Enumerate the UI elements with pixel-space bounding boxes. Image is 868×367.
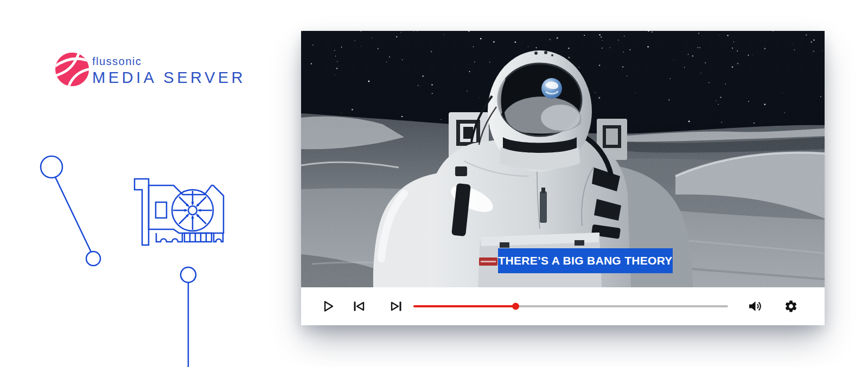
- progress-track[interactable]: [413, 305, 728, 307]
- progress-played: [413, 305, 516, 307]
- brand-logo: flussonic MEDIA SERVER: [54, 51, 246, 87]
- chest-antenna: [540, 191, 547, 223]
- volume-icon: [748, 300, 762, 312]
- gpu-card-icon: [135, 179, 224, 245]
- video-viewport[interactable]: THERE’S A BIG BANG THEORY: [301, 31, 825, 287]
- decor-graphics: [33, 152, 228, 367]
- previous-icon: [353, 301, 365, 312]
- page: flussonic MEDIA SERVER: [0, 0, 868, 367]
- fan-spokes: [173, 191, 212, 230]
- volume-button[interactable]: [745, 287, 765, 325]
- play-icon: [322, 300, 334, 312]
- progress-bar[interactable]: [413, 287, 728, 325]
- play-button[interactable]: [320, 287, 337, 325]
- brand-text: flussonic MEDIA SERVER: [92, 51, 246, 86]
- previous-button[interactable]: [350, 287, 368, 325]
- player-controls: [301, 287, 825, 325]
- next-icon: [390, 301, 402, 312]
- drop-line-node: [181, 267, 196, 367]
- settings-button[interactable]: [781, 287, 801, 325]
- flussonic-logo-icon: [54, 51, 90, 87]
- settings-gear-icon: [784, 299, 798, 313]
- next-button[interactable]: [387, 287, 405, 325]
- progress-handle[interactable]: [512, 303, 519, 310]
- media-player-card: THERE’S A BIG BANG THEORY: [301, 31, 825, 325]
- brand-product-name: MEDIA SERVER: [92, 70, 246, 86]
- brand-name: flussonic: [92, 56, 246, 67]
- subtitle-caption: THERE’S A BIG BANG THEORY: [498, 248, 673, 273]
- node-link-icon: [41, 156, 100, 266]
